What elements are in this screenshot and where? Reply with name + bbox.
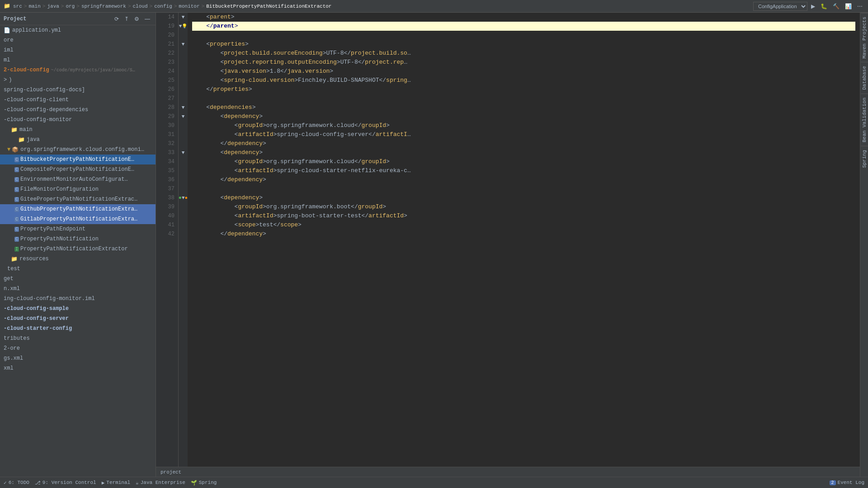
tree-item-propertypath-extractor-interface[interactable]: I PropertyPathNotificationExtractor — [0, 244, 156, 254]
tree-item-test[interactable]: test — [0, 264, 156, 274]
code-line-24: <java.version>1.8</java.version> — [192, 67, 855, 76]
tree-item-dependencies[interactable]: -cloud-config-dependencies — [0, 105, 156, 115]
code-line-20 — [192, 31, 855, 40]
run-button[interactable]: ▶ — [809, 2, 817, 10]
gutter-25 — [179, 76, 188, 85]
gutter-27 — [179, 94, 188, 103]
tree-item-filemonitor-class[interactable]: C FileMonitorConfiguration — [0, 184, 156, 194]
tree-item-composite-class[interactable]: C CompositePropertyPathNotificationE… — [0, 164, 156, 174]
tree-item-ore1[interactable]: ore — [0, 35, 156, 45]
tree-item-ml[interactable]: ml — [0, 55, 156, 65]
status-spring[interactable]: 🌱 Spring — [191, 480, 217, 486]
gutter-38[interactable]: ● ▼ ● — [179, 193, 188, 202]
hide-sidebar-button[interactable]: — — [143, 15, 152, 23]
code-line-29: <dependency> — [192, 112, 855, 121]
tree-item-tributes[interactable]: tributes — [0, 333, 156, 343]
settings-icon[interactable]: ⚙ — [132, 15, 141, 23]
breadcrumb-class[interactable]: BitbucketPropertyPathNotificationExtract… — [206, 4, 331, 9]
tree-item-ore2[interactable]: 2-ore — [0, 343, 156, 353]
tree-item-main-folder[interactable]: 📁 main — [0, 125, 156, 135]
tree-item-monitor-module[interactable]: -cloud-config-monitor — [0, 115, 156, 125]
todo-label: 6: TODO — [9, 480, 29, 485]
code-line-38: <dependency> — [192, 193, 855, 202]
tab-maven-projects[interactable]: Maven Projects — [861, 13, 868, 62]
class-icon: C — [14, 157, 19, 162]
tree-item-expand[interactable]: > ) — [0, 75, 156, 85]
debug-button[interactable]: 🐛 — [819, 2, 829, 10]
tree-item-server[interactable]: -cloud-config-server — [0, 314, 156, 324]
code-line-36: </dependency> — [192, 175, 855, 184]
breadcrumb-java[interactable]: java — [47, 4, 59, 9]
tree-item-propertypath-endpoint[interactable]: C PropertyPathEndpoint — [0, 224, 156, 234]
gutter-19[interactable]: ▼ 💡 — [179, 22, 188, 31]
tree-item-propertypath-notification[interactable]: C PropertyPathNotification — [0, 234, 156, 244]
tree-item-environment-class[interactable]: C EnvironmentMonitorAutoConfigurat… — [0, 174, 156, 184]
sidebar: Project ⟳ ⤒ ⚙ — 📄 application.yml ore im… — [0, 13, 156, 477]
tree-item-docs[interactable]: spring-cloud-config-docs] — [0, 85, 156, 95]
tree-item-gs-xml[interactable]: gs.xml — [0, 353, 156, 363]
gutter-28: ▼ — [179, 103, 188, 112]
tree-item-cloud-config-project[interactable]: 2-cloud-config ~/code/myProjects/java/im… — [0, 65, 156, 75]
tree-item-github-class[interactable]: C GithubPropertyPathNotificationExtra… — [0, 204, 156, 214]
breadcrumb: src > main > java > org > springframewor… — [13, 4, 331, 9]
event-log-label: Event Log — [838, 480, 864, 485]
lightbulb-icon[interactable]: 💡 — [182, 23, 187, 29]
breadcrumb-config[interactable]: config — [154, 4, 172, 9]
more-actions-button[interactable]: ⋯ — [855, 2, 864, 10]
spring-label: Spring — [199, 480, 217, 485]
tree-item-monitor-iml[interactable]: ing-cloud-config-monitor.iml — [0, 294, 156, 304]
gutter-34 — [179, 157, 188, 166]
breadcrumb-src[interactable]: src — [13, 4, 22, 9]
gutter-14: ▼ — [179, 13, 188, 22]
breadcrumb-org[interactable]: org — [66, 4, 75, 9]
gutter-37 — [179, 184, 188, 193]
status-terminal[interactable]: ▶ Terminal — [102, 480, 130, 486]
config-dropdown[interactable]: ConfigApplication — [753, 2, 807, 11]
class-icon-8: C — [14, 227, 19, 232]
tab-database[interactable]: Database — [861, 62, 868, 94]
breadcrumb-springframework[interactable]: springframework — [81, 4, 126, 9]
class-icon-6: C — [14, 207, 19, 212]
tab-bean-validation[interactable]: Bean Validation — [861, 94, 868, 146]
gutter-21: ▼ — [179, 40, 188, 49]
editor-breadcrumb: project — [160, 469, 181, 475]
code-line-22: <project.build.sourceEncoding>UTF-8</pro… — [192, 49, 855, 58]
tree-item-starter[interactable]: -cloud-starter-config — [0, 324, 156, 333]
tree-item-client[interactable]: -cloud-config-client — [0, 95, 156, 105]
collapse-all-button[interactable]: ⤒ — [123, 15, 131, 23]
tree-item-xml[interactable]: xml — [0, 363, 156, 373]
tree-item-get[interactable]: get — [0, 274, 156, 284]
breadcrumb-cloud[interactable]: cloud — [133, 4, 148, 9]
gutter-40 — [179, 211, 188, 221]
spring-icon: 🌱 — [191, 480, 197, 486]
class-icon-5: C — [14, 197, 19, 202]
tree-item-n-xml[interactable]: n.xml — [0, 284, 156, 294]
code-line-33: <dependency> — [192, 148, 855, 157]
tree-item-gitee-class[interactable]: C GiteePropertyPathNotificationExtrac… — [0, 194, 156, 204]
gutter-41 — [179, 221, 188, 230]
coverage-button[interactable]: 📊 — [843, 2, 854, 10]
breadcrumb-monitor[interactable]: monitor — [179, 4, 199, 9]
sync-button[interactable]: ⟳ — [113, 15, 121, 23]
status-java-enterprise[interactable]: ☕ Java Enterprise — [136, 480, 185, 486]
tree-item-bitbucket-class[interactable]: C BitbucketPropertyPathNotificationE… — [0, 155, 156, 164]
tree-item-gitlab-class[interactable]: C GitlabPropertyPathNotificationExtra… — [0, 214, 156, 224]
breadcrumb-main[interactable]: main — [28, 4, 40, 9]
tree-item-sample[interactable]: -cloud-config-sample — [0, 304, 156, 314]
code-line-39: <groupId>org.springframework.boot</group… — [192, 202, 855, 211]
tree-item-iml[interactable]: iml — [0, 45, 156, 55]
tree-item-org-package[interactable]: ▼ 📦 org.springframework.cloud.config.mon… — [0, 145, 156, 155]
status-version-control[interactable]: ⎇ 9: Version Control — [35, 480, 96, 486]
tree-item-application-yml[interactable]: 📄 application.yml — [0, 25, 156, 35]
status-event-log[interactable]: 2 Event Log — [830, 480, 864, 485]
terminal-icon: ▶ — [102, 480, 105, 486]
status-todo[interactable]: ✓ 6: TODO — [4, 480, 29, 486]
build-button[interactable]: 🔨 — [831, 2, 841, 10]
tab-spring[interactable]: Spring — [861, 146, 868, 172]
tree-item-resources-folder[interactable]: 📁 resources — [0, 254, 156, 264]
code-area[interactable]: <parent> </parent> <properties> <project… — [188, 13, 860, 467]
code-line-40: <artifactId>spring-boot-starter-test</ar… — [192, 211, 855, 221]
tree-item-java-folder[interactable]: 📁 java — [0, 135, 156, 145]
gutter-30 — [179, 121, 188, 130]
sidebar-content[interactable]: 📄 application.yml ore iml ml 2-cloud-con… — [0, 25, 156, 477]
